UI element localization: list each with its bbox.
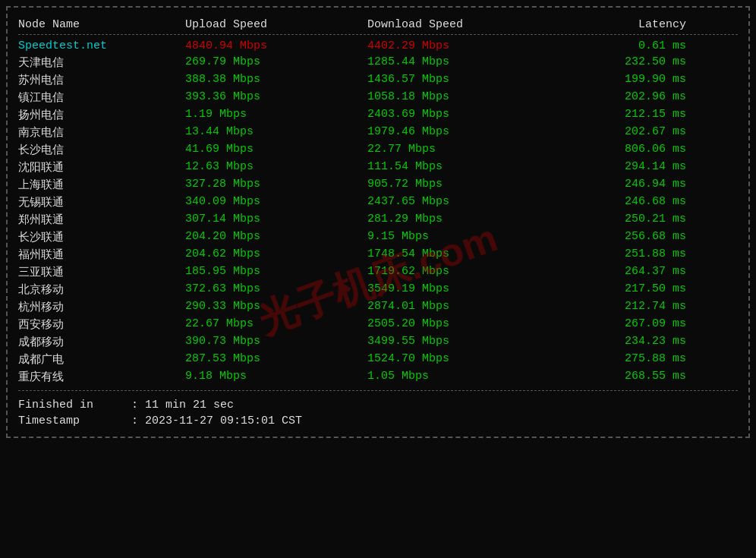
cell-latency: 264.37 ms xyxy=(565,265,686,279)
cell-node: 南京电信 xyxy=(18,125,185,140)
table-row: Speedtest.net4840.94 Mbps4402.29 Mbps0.6… xyxy=(18,38,738,54)
cell-upload: 4840.94 Mbps xyxy=(185,39,367,52)
table-row: 无锡联通340.09 Mbps2437.65 Mbps246.68 ms xyxy=(18,194,738,211)
cell-upload: 290.33 Mbps xyxy=(185,300,367,314)
cell-download: 1436.57 Mbps xyxy=(367,73,565,87)
cell-latency: 212.15 ms xyxy=(565,108,686,122)
cell-latency: 202.96 ms xyxy=(565,90,686,105)
cell-download: 2403.69 Mbps xyxy=(367,108,565,122)
cell-download: 1524.70 Mbps xyxy=(367,352,565,367)
table-row: 镇江电信393.36 Mbps1058.18 Mbps202.96 ms xyxy=(18,89,738,106)
cell-node: 杭州移动 xyxy=(18,300,185,314)
cell-download: 22.77 Mbps xyxy=(367,143,565,157)
footer-finished: Finished in : 11 min 21 sec xyxy=(18,397,738,413)
table-row: 天津电信269.79 Mbps1285.44 Mbps232.50 ms xyxy=(18,54,738,71)
cell-node: 西安移动 xyxy=(18,317,185,332)
table-row: 杭州移动290.33 Mbps2874.01 Mbps212.74 ms xyxy=(18,298,738,316)
cell-upload: 9.18 Mbps xyxy=(185,370,367,384)
cell-node: 长沙联通 xyxy=(18,230,185,244)
table-row: 郑州联通307.14 Mbps281.29 Mbps250.21 ms xyxy=(18,211,738,229)
cell-latency: 267.09 ms xyxy=(565,317,686,332)
cell-upload: 204.62 Mbps xyxy=(185,247,367,262)
cell-download: 3499.55 Mbps xyxy=(367,335,565,349)
cell-latency: 217.50 ms xyxy=(565,282,686,297)
table-row: 重庆有线9.18 Mbps1.05 Mbps268.55 ms xyxy=(18,368,738,386)
cell-download: 111.54 Mbps xyxy=(367,160,565,175)
cell-node: 无锡联通 xyxy=(18,195,185,210)
cell-upload: 12.63 Mbps xyxy=(185,160,367,175)
cell-download: 9.15 Mbps xyxy=(367,230,565,244)
cell-latency: 256.68 ms xyxy=(565,230,686,244)
table-row: 成都广电287.53 Mbps1524.70 Mbps275.88 ms xyxy=(18,351,738,368)
cell-node: 成都广电 xyxy=(18,352,185,367)
cell-upload: 185.95 Mbps xyxy=(185,265,367,279)
cell-latency: 251.88 ms xyxy=(565,247,686,262)
header-download: Download Speed xyxy=(367,18,565,31)
cell-node: 长沙电信 xyxy=(18,143,185,157)
cell-download: 4402.29 Mbps xyxy=(367,39,565,52)
cell-node: Speedtest.net xyxy=(18,39,185,52)
cell-latency: 246.68 ms xyxy=(565,195,686,210)
table-row: 苏州电信388.38 Mbps1436.57 Mbps199.90 ms xyxy=(18,71,738,89)
cell-node: 上海联通 xyxy=(18,178,185,192)
cell-upload: 204.20 Mbps xyxy=(185,230,367,244)
table-header: Node Name Upload Speed Download Speed La… xyxy=(18,15,738,35)
footer-timestamp: Timestamp : 2023-11-27 09:15:01 CST xyxy=(18,413,738,429)
cell-upload: 390.73 Mbps xyxy=(185,335,367,349)
timestamp-value: : 2023-11-27 09:15:01 CST xyxy=(131,415,302,427)
cell-latency: 250.21 ms xyxy=(565,213,686,227)
cell-latency: 232.50 ms xyxy=(565,55,686,70)
cell-latency: 234.23 ms xyxy=(565,335,686,349)
cell-upload: 41.69 Mbps xyxy=(185,143,367,157)
timestamp-label: Timestamp xyxy=(18,415,124,427)
cell-node: 成都移动 xyxy=(18,335,185,349)
finished-value: : 11 min 21 sec xyxy=(131,399,234,411)
cell-upload: 287.53 Mbps xyxy=(185,352,367,367)
cell-download: 905.72 Mbps xyxy=(367,178,565,192)
table-row: 南京电信13.44 Mbps1979.46 Mbps202.67 ms xyxy=(18,124,738,141)
cell-download: 3549.19 Mbps xyxy=(367,282,565,297)
cell-node: 镇江电信 xyxy=(18,90,185,105)
table-row: 长沙电信41.69 Mbps22.77 Mbps806.06 ms xyxy=(18,141,738,159)
cell-upload: 13.44 Mbps xyxy=(185,125,367,140)
cell-upload: 307.14 Mbps xyxy=(185,213,367,227)
cell-node: 郑州联通 xyxy=(18,213,185,227)
cell-latency: 806.06 ms xyxy=(565,143,686,157)
cell-node: 天津电信 xyxy=(18,55,185,70)
main-container: Node Name Upload Speed Download Speed La… xyxy=(6,6,750,438)
cell-node: 重庆有线 xyxy=(18,370,185,384)
table-row: 长沙联通204.20 Mbps9.15 Mbps256.68 ms xyxy=(18,229,738,246)
table-row: 北京移动372.63 Mbps3549.19 Mbps217.50 ms xyxy=(18,281,738,298)
table-row: 三亚联通185.95 Mbps1719.62 Mbps264.37 ms xyxy=(18,263,738,281)
header-latency: Latency xyxy=(565,18,686,31)
cell-node: 沈阳联通 xyxy=(18,160,185,175)
cell-download: 281.29 Mbps xyxy=(367,213,565,227)
table-row: 西安移动22.67 Mbps2505.20 Mbps267.09 ms xyxy=(18,316,738,333)
cell-upload: 388.38 Mbps xyxy=(185,73,367,87)
cell-node: 三亚联通 xyxy=(18,265,185,279)
cell-latency: 268.55 ms xyxy=(565,370,686,384)
cell-node: 福州联通 xyxy=(18,247,185,262)
footer: Finished in : 11 min 21 sec Timestamp : … xyxy=(18,390,738,429)
cell-latency: 246.94 ms xyxy=(565,178,686,192)
cell-latency: 202.67 ms xyxy=(565,125,686,140)
cell-download: 1748.54 Mbps xyxy=(367,247,565,262)
cell-upload: 22.67 Mbps xyxy=(185,317,367,332)
cell-upload: 1.19 Mbps xyxy=(185,108,367,122)
cell-download: 2505.20 Mbps xyxy=(367,317,565,332)
cell-download: 1.05 Mbps xyxy=(367,370,565,384)
table-row: 上海联通327.28 Mbps905.72 Mbps246.94 ms xyxy=(18,176,738,194)
cell-latency: 275.88 ms xyxy=(565,352,686,367)
cell-upload: 340.09 Mbps xyxy=(185,195,367,210)
cell-download: 2874.01 Mbps xyxy=(367,300,565,314)
cell-download: 2437.65 Mbps xyxy=(367,195,565,210)
cell-download: 1719.62 Mbps xyxy=(367,265,565,279)
cell-download: 1285.44 Mbps xyxy=(367,55,565,70)
cell-upload: 393.36 Mbps xyxy=(185,90,367,105)
header-upload: Upload Speed xyxy=(185,18,367,31)
finished-label: Finished in xyxy=(18,399,124,411)
cell-download: 1058.18 Mbps xyxy=(367,90,565,105)
table-row: 扬州电信1.19 Mbps2403.69 Mbps212.15 ms xyxy=(18,106,738,124)
cell-latency: 294.14 ms xyxy=(565,160,686,175)
cell-latency: 0.61 ms xyxy=(565,39,686,52)
